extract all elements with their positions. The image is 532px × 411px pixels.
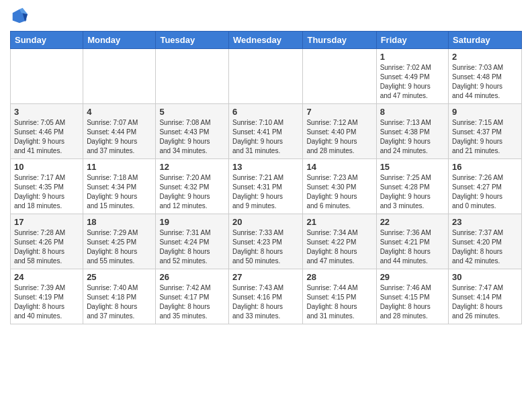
week-row-2: 10Sunrise: 7:17 AM Sunset: 4:35 PM Dayli… xyxy=(11,159,522,214)
day-info: Sunrise: 7:28 AM Sunset: 4:26 PM Dayligh… xyxy=(14,228,79,266)
day-number: 29 xyxy=(380,272,445,282)
day-info: Sunrise: 7:10 AM Sunset: 4:41 PM Dayligh… xyxy=(232,118,299,156)
calendar-cell: 28Sunrise: 7:44 AM Sunset: 4:15 PM Dayli… xyxy=(303,269,376,324)
day-number: 8 xyxy=(380,107,445,117)
day-info: Sunrise: 7:18 AM Sunset: 4:34 PM Dayligh… xyxy=(87,173,152,211)
day-number: 12 xyxy=(159,162,225,172)
day-number: 30 xyxy=(452,272,518,282)
calendar-cell: 26Sunrise: 7:42 AM Sunset: 4:17 PM Dayli… xyxy=(156,269,229,324)
day-info: Sunrise: 7:36 AM Sunset: 4:21 PM Dayligh… xyxy=(380,228,445,266)
day-number: 26 xyxy=(159,272,225,282)
calendar-cell: 21Sunrise: 7:34 AM Sunset: 4:22 PM Dayli… xyxy=(303,214,376,269)
day-number: 17 xyxy=(14,217,79,227)
calendar-cell xyxy=(303,49,376,104)
day-info: Sunrise: 7:26 AM Sunset: 4:27 PM Dayligh… xyxy=(452,173,518,211)
day-info: Sunrise: 7:31 AM Sunset: 4:24 PM Dayligh… xyxy=(159,228,225,266)
calendar-cell: 7Sunrise: 7:12 AM Sunset: 4:40 PM Daylig… xyxy=(303,104,376,159)
logo-icon xyxy=(10,7,29,26)
calendar-cell: 27Sunrise: 7:43 AM Sunset: 4:16 PM Dayli… xyxy=(229,269,303,324)
calendar-cell: 12Sunrise: 7:20 AM Sunset: 4:32 PM Dayli… xyxy=(156,159,229,214)
day-number: 14 xyxy=(306,162,372,172)
calendar-cell: 15Sunrise: 7:25 AM Sunset: 4:28 PM Dayli… xyxy=(376,159,448,214)
day-info: Sunrise: 7:07 AM Sunset: 4:44 PM Dayligh… xyxy=(87,118,152,156)
day-info: Sunrise: 7:12 AM Sunset: 4:40 PM Dayligh… xyxy=(306,118,372,156)
calendar-cell: 18Sunrise: 7:29 AM Sunset: 4:25 PM Dayli… xyxy=(83,214,156,269)
week-row-3: 17Sunrise: 7:28 AM Sunset: 4:26 PM Dayli… xyxy=(11,214,522,269)
day-info: Sunrise: 7:44 AM Sunset: 4:15 PM Dayligh… xyxy=(306,283,372,321)
calendar: SundayMondayTuesdayWednesdayThursdayFrid… xyxy=(10,31,522,324)
day-number: 7 xyxy=(306,107,372,117)
day-number: 11 xyxy=(87,162,152,172)
calendar-cell: 20Sunrise: 7:33 AM Sunset: 4:23 PM Dayli… xyxy=(229,214,303,269)
week-row-4: 24Sunrise: 7:39 AM Sunset: 4:19 PM Dayli… xyxy=(11,269,522,324)
calendar-cell: 29Sunrise: 7:46 AM Sunset: 4:15 PM Dayli… xyxy=(376,269,448,324)
week-row-0: 1Sunrise: 7:02 AM Sunset: 4:49 PM Daylig… xyxy=(11,49,522,104)
day-number: 23 xyxy=(452,217,518,227)
calendar-cell: 19Sunrise: 7:31 AM Sunset: 4:24 PM Dayli… xyxy=(156,214,229,269)
day-number: 1 xyxy=(380,52,445,62)
day-number: 18 xyxy=(87,217,152,227)
header xyxy=(10,7,522,26)
day-number: 4 xyxy=(87,107,152,117)
day-info: Sunrise: 7:02 AM Sunset: 4:49 PM Dayligh… xyxy=(380,63,445,101)
day-number: 27 xyxy=(232,272,299,282)
logo xyxy=(10,7,32,26)
calendar-cell xyxy=(156,49,229,104)
page: SundayMondayTuesdayWednesdayThursdayFrid… xyxy=(0,0,532,411)
calendar-cell: 11Sunrise: 7:18 AM Sunset: 4:34 PM Dayli… xyxy=(83,159,156,214)
day-number: 21 xyxy=(306,217,372,227)
day-number: 28 xyxy=(306,272,372,282)
calendar-cell: 23Sunrise: 7:37 AM Sunset: 4:20 PM Dayli… xyxy=(449,214,522,269)
calendar-cell: 25Sunrise: 7:40 AM Sunset: 4:18 PM Dayli… xyxy=(83,269,156,324)
day-info: Sunrise: 7:03 AM Sunset: 4:48 PM Dayligh… xyxy=(452,63,518,101)
day-number: 9 xyxy=(452,107,518,117)
day-number: 16 xyxy=(452,162,518,172)
calendar-cell: 17Sunrise: 7:28 AM Sunset: 4:26 PM Dayli… xyxy=(11,214,83,269)
day-info: Sunrise: 7:40 AM Sunset: 4:18 PM Dayligh… xyxy=(87,283,152,321)
calendar-cell: 13Sunrise: 7:21 AM Sunset: 4:31 PM Dayli… xyxy=(229,159,303,214)
calendar-cell: 2Sunrise: 7:03 AM Sunset: 4:48 PM Daylig… xyxy=(449,49,522,104)
day-info: Sunrise: 7:37 AM Sunset: 4:20 PM Dayligh… xyxy=(452,228,518,266)
calendar-cell: 24Sunrise: 7:39 AM Sunset: 4:19 PM Dayli… xyxy=(11,269,83,324)
calendar-cell: 4Sunrise: 7:07 AM Sunset: 4:44 PM Daylig… xyxy=(83,104,156,159)
calendar-cell: 8Sunrise: 7:13 AM Sunset: 4:38 PM Daylig… xyxy=(376,104,448,159)
calendar-cell: 9Sunrise: 7:15 AM Sunset: 4:37 PM Daylig… xyxy=(449,104,522,159)
calendar-cell xyxy=(229,49,303,104)
day-info: Sunrise: 7:25 AM Sunset: 4:28 PM Dayligh… xyxy=(380,173,445,211)
day-info: Sunrise: 7:23 AM Sunset: 4:30 PM Dayligh… xyxy=(306,173,372,211)
calendar-cell: 10Sunrise: 7:17 AM Sunset: 4:35 PM Dayli… xyxy=(11,159,83,214)
weekday-header-saturday: Saturday xyxy=(449,32,522,49)
weekday-header-friday: Friday xyxy=(376,32,448,49)
calendar-cell: 14Sunrise: 7:23 AM Sunset: 4:30 PM Dayli… xyxy=(303,159,376,214)
day-info: Sunrise: 7:08 AM Sunset: 4:43 PM Dayligh… xyxy=(159,118,225,156)
day-info: Sunrise: 7:46 AM Sunset: 4:15 PM Dayligh… xyxy=(380,283,445,321)
day-info: Sunrise: 7:13 AM Sunset: 4:38 PM Dayligh… xyxy=(380,118,445,156)
day-info: Sunrise: 7:39 AM Sunset: 4:19 PM Dayligh… xyxy=(14,283,79,321)
calendar-cell: 3Sunrise: 7:05 AM Sunset: 4:46 PM Daylig… xyxy=(11,104,83,159)
calendar-cell: 22Sunrise: 7:36 AM Sunset: 4:21 PM Dayli… xyxy=(376,214,448,269)
calendar-cell xyxy=(83,49,156,104)
day-info: Sunrise: 7:21 AM Sunset: 4:31 PM Dayligh… xyxy=(232,173,299,211)
calendar-cell: 1Sunrise: 7:02 AM Sunset: 4:49 PM Daylig… xyxy=(376,49,448,104)
week-row-1: 3Sunrise: 7:05 AM Sunset: 4:46 PM Daylig… xyxy=(11,104,522,159)
weekday-header-wednesday: Wednesday xyxy=(229,32,303,49)
day-info: Sunrise: 7:20 AM Sunset: 4:32 PM Dayligh… xyxy=(159,173,225,211)
weekday-header-row: SundayMondayTuesdayWednesdayThursdayFrid… xyxy=(11,32,522,49)
day-number: 22 xyxy=(380,217,445,227)
weekday-header-monday: Monday xyxy=(83,32,156,49)
day-number: 2 xyxy=(452,52,518,62)
weekday-header-tuesday: Tuesday xyxy=(156,32,229,49)
calendar-cell: 5Sunrise: 7:08 AM Sunset: 4:43 PM Daylig… xyxy=(156,104,229,159)
calendar-cell: 6Sunrise: 7:10 AM Sunset: 4:41 PM Daylig… xyxy=(229,104,303,159)
day-number: 6 xyxy=(232,107,299,117)
day-info: Sunrise: 7:34 AM Sunset: 4:22 PM Dayligh… xyxy=(306,228,372,266)
day-info: Sunrise: 7:42 AM Sunset: 4:17 PM Dayligh… xyxy=(159,283,225,321)
day-number: 25 xyxy=(87,272,152,282)
day-info: Sunrise: 7:43 AM Sunset: 4:16 PM Dayligh… xyxy=(232,283,299,321)
day-number: 24 xyxy=(14,272,79,282)
day-info: Sunrise: 7:29 AM Sunset: 4:25 PM Dayligh… xyxy=(87,228,152,266)
day-info: Sunrise: 7:05 AM Sunset: 4:46 PM Dayligh… xyxy=(14,118,79,156)
calendar-cell: 16Sunrise: 7:26 AM Sunset: 4:27 PM Dayli… xyxy=(449,159,522,214)
calendar-cell xyxy=(11,49,83,104)
day-number: 15 xyxy=(380,162,445,172)
